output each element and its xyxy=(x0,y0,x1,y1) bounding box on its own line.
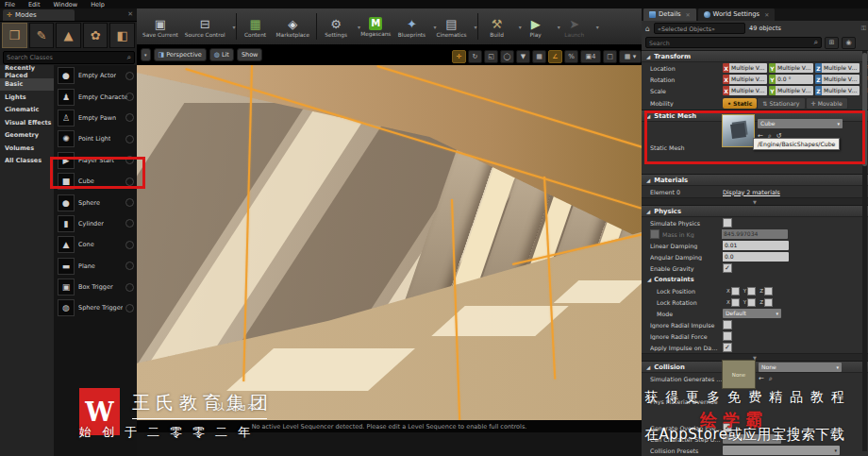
search-classes-input[interactable] xyxy=(4,54,127,61)
simulate-physics-checkbox[interactable] xyxy=(723,218,732,228)
list-item-player-start[interactable]: ▶ Player Start xyxy=(54,150,137,171)
lock-rotation-x-checkbox[interactable] xyxy=(731,298,740,307)
move-tool-icon[interactable]: ✛ xyxy=(452,50,466,63)
category-basic[interactable]: Basic xyxy=(0,78,54,92)
rotation-snap-icon[interactable]: ∠ xyxy=(548,50,562,63)
lock-position-z-checkbox[interactable] xyxy=(764,287,773,296)
list-item-cone[interactable]: ▲ Cone xyxy=(54,234,137,255)
place-mode-button[interactable]: ❒ xyxy=(2,23,27,48)
rotation-y-field[interactable]: 0.0 ° xyxy=(776,75,813,84)
foliage-mode-button[interactable]: ✿ xyxy=(83,23,108,48)
chevron-down-icon[interactable]: ▾ xyxy=(596,24,599,30)
ignore-radial-impulse-checkbox[interactable] xyxy=(723,320,732,329)
tab-world-settings[interactable]: World Settings ✕ xyxy=(698,8,776,21)
content-button[interactable]: ▦ Content xyxy=(242,16,270,38)
transform-section-header[interactable]: ◢ Transform xyxy=(642,50,868,62)
mass-override-checkbox[interactable] xyxy=(650,229,659,239)
phys-material-dropdown[interactable]: None ▾ xyxy=(759,363,842,372)
enable-gravity-checkbox[interactable]: ✓ xyxy=(723,263,732,273)
lit-mode-button[interactable]: ◍ Lit xyxy=(209,48,234,61)
list-item-sphere-trigger[interactable]: ◍ Sphere Trigger xyxy=(54,297,137,318)
materials-section-header[interactable]: ◢ Materials xyxy=(642,174,868,186)
mobility-static-button[interactable]: • Static xyxy=(723,98,757,109)
geometry-mode-button[interactable]: ◧ xyxy=(109,23,135,48)
collision-presets-dropdown[interactable]: ▾ xyxy=(723,446,840,455)
list-item-cylinder[interactable]: ▮ Cylinder xyxy=(54,213,137,234)
category-volumes[interactable]: Volumes xyxy=(0,142,54,155)
phys-material-thumbnail[interactable]: None xyxy=(722,360,756,389)
display-materials-link[interactable]: Display 2 materials xyxy=(723,189,780,195)
selected-objects-dropdown[interactable]: «Selected Objects» xyxy=(654,23,745,34)
paint-mode-button[interactable]: ✎ xyxy=(29,23,55,48)
menu-edit[interactable]: Edit xyxy=(28,1,41,8)
list-item-empty-character[interactable]: ♟ Empty Character xyxy=(54,86,137,107)
constraints-subheader[interactable]: ◢ Constraints xyxy=(642,274,868,285)
property-matrix-icon[interactable]: ⊞ xyxy=(825,37,839,49)
scale-snap-icon[interactable]: % xyxy=(564,50,578,63)
scale-x-field[interactable]: Multiple Values xyxy=(729,86,767,95)
scale-y-field[interactable]: Multiple Values xyxy=(776,86,813,95)
rotation-x-field[interactable]: Multiple Values xyxy=(729,75,767,84)
list-item-empty-pawn[interactable]: ♙ Empty Pawn xyxy=(54,108,137,128)
build-button[interactable]: ⚒ Build xyxy=(483,16,511,38)
list-item-sphere[interactable]: ● Sphere xyxy=(54,192,137,212)
close-icon[interactable]: ✕ xyxy=(686,11,691,18)
physics-section-header[interactable]: ◢ Physics xyxy=(642,205,868,217)
perspective-button[interactable]: ◨ Perspective xyxy=(154,48,207,61)
details-search-input[interactable] xyxy=(646,40,814,46)
scale-z-field[interactable]: Multiple Values xyxy=(822,86,860,95)
level-viewport[interactable]: ▾ ◨ Perspective ◍ Lit Show ✛ ↻ ◱ ◯ ▼ ▦ ∠ xyxy=(137,44,642,432)
viewport-options-button[interactable]: ▾ xyxy=(141,48,151,61)
world-coordinate-icon[interactable]: ◯ xyxy=(500,50,514,63)
settings-button[interactable]: ⚙ Settings xyxy=(322,16,350,38)
category-cinematic[interactable]: Cinematic xyxy=(0,104,54,117)
show-button[interactable]: Show xyxy=(237,48,263,61)
save-current-button[interactable]: ▣ Save Current xyxy=(142,16,178,38)
materials-expander[interactable]: ▼ xyxy=(642,197,868,205)
generate-overlap-checkbox[interactable]: ✓ xyxy=(723,423,732,432)
megascans-button[interactable]: M Megascans xyxy=(360,17,391,37)
category-geometry[interactable]: Geometry xyxy=(0,129,54,143)
close-icon[interactable]: ✕ xyxy=(127,10,133,18)
angular-damping-field[interactable]: 0.0 xyxy=(723,252,789,262)
use-selected-arrow-icon[interactable]: ← xyxy=(759,375,764,382)
lock-position-x-checkbox[interactable] xyxy=(731,287,740,296)
lock-rotation-y-checkbox[interactable] xyxy=(747,298,756,307)
surface-snap-icon[interactable]: ▼ xyxy=(516,50,530,63)
viewport-layout-icon[interactable]: ▦ ▾ xyxy=(619,50,642,63)
grid-snap-icon[interactable]: ▦ xyxy=(532,50,546,63)
rotation-z-field[interactable]: Multiple Values xyxy=(822,75,860,84)
scrollbar-thumb[interactable] xyxy=(862,53,867,166)
category-recently-placed[interactable]: Recently Placed xyxy=(0,65,54,78)
cinematics-button[interactable]: ▤ Cinematics xyxy=(436,16,466,38)
can-step-up-dropdown[interactable]: ▾ xyxy=(723,434,781,444)
category-visual-effects[interactable]: Visual Effects xyxy=(0,116,54,129)
list-item-box-trigger[interactable]: ▣ Box Trigger xyxy=(54,277,137,297)
view-options-eye-icon[interactable]: ◉ xyxy=(842,37,856,49)
menu-help[interactable]: Help xyxy=(91,1,105,8)
list-item-point-light[interactable]: ✺ Point Light xyxy=(54,128,137,149)
mobility-stationary-button[interactable]: ⇅ Stationary xyxy=(757,97,805,110)
maximize-viewport-icon[interactable]: □ xyxy=(603,50,617,63)
category-lights[interactable]: Lights xyxy=(0,91,54,104)
viewport-3d-scene[interactable] xyxy=(137,65,642,420)
static-mesh-dropdown[interactable]: Cube ▾ xyxy=(758,119,843,128)
static-mesh-thumbnail[interactable] xyxy=(722,114,755,147)
play-button[interactable]: ▶ Play xyxy=(522,16,550,38)
ignore-radial-force-checkbox[interactable] xyxy=(723,331,732,341)
location-y-field[interactable]: Multiple Values xyxy=(776,63,813,73)
source-control-button[interactable]: ⊟ Source Control xyxy=(185,16,225,38)
list-item-empty-actor[interactable]: ● Empty Actor xyxy=(54,65,137,86)
category-all-classes[interactable]: All Classes xyxy=(0,155,54,168)
close-icon[interactable]: ✕ xyxy=(764,11,769,18)
browse-icon[interactable]: ⌕ xyxy=(769,375,773,382)
constraint-mode-dropdown[interactable]: Default ▾ xyxy=(723,309,781,318)
landscape-mode-button[interactable]: ▲ xyxy=(56,23,81,48)
details-scrollbar[interactable] xyxy=(862,51,867,451)
modes-tab[interactable]: ✛ Modes xyxy=(3,9,75,21)
rotate-tool-icon[interactable]: ↻ xyxy=(468,50,482,63)
lock-position-y-checkbox[interactable] xyxy=(747,287,756,296)
lock-rotation-z-checkbox[interactable] xyxy=(764,298,773,307)
launch-button[interactable]: ➤ Launch xyxy=(560,16,589,38)
apply-impulse-checkbox[interactable]: ✓ xyxy=(723,343,732,352)
